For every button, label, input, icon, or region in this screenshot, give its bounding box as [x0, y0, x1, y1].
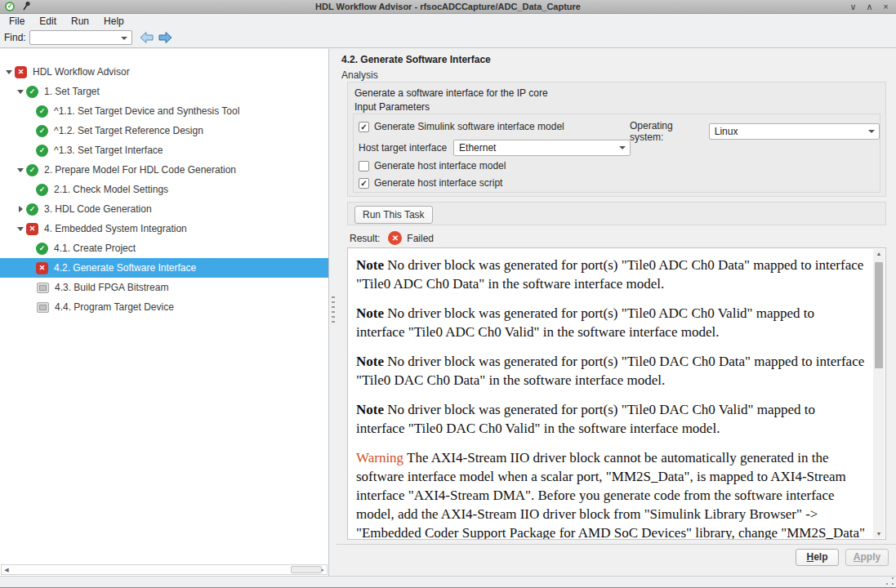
tree-item-set-target-interface[interactable]: ✓ ^1.3. Set Target Interface [0, 140, 328, 160]
find-next-icon[interactable] [158, 31, 173, 44]
apply-button[interactable]: Apply [845, 549, 889, 566]
passed-status-icon: ✓ [26, 203, 38, 216]
tree-item-hdl-workflow-advisor[interactable]: ✕ HDL Workflow Advisor [0, 62, 328, 82]
tree-item-label: 1. Set Target [44, 86, 100, 97]
passed-status-icon: ✓ [36, 105, 48, 118]
tree-item-check-model-settings[interactable]: ✓ 2.1. Check Model Settings [0, 180, 328, 199]
warning-message: Warning The AXI4-Stream IIO driver block… [356, 448, 866, 540]
passed-status-icon: ✓ [36, 125, 48, 137]
checkbox-label: Generate host interface model [374, 160, 506, 172]
tree-item-embedded-system-integration[interactable]: ✕ 4. Embedded System Integration [0, 219, 328, 238]
scrollbar-thumb[interactable] [291, 566, 322, 573]
passed-status-icon: ✓ [26, 86, 38, 98]
tree-item-hdl-code-generation[interactable]: ✓ 3. HDL Code Generation [0, 199, 328, 219]
help-button[interactable]: Help [796, 549, 839, 566]
tree-horizontal-scrollbar[interactable]: ◀ ▶ [1, 564, 328, 575]
run-this-task-button[interactable]: Run This Task [354, 206, 433, 224]
scroll-down-icon[interactable]: ▼ [873, 531, 885, 537]
status-bar [0, 576, 896, 588]
passed-status-icon: ✓ [36, 243, 48, 255]
result-vertical-scrollbar[interactable]: ▲ ▼ [873, 249, 885, 538]
tree-item-label: HDL Workflow Advisor [33, 66, 130, 78]
find-input-combo[interactable] [29, 30, 132, 45]
checkbox-label: Generate host interface script [374, 177, 502, 189]
tree-item-label: ^1.1. Set Target Device and Synthesis To… [54, 105, 239, 117]
input-parameters-box: ✓ Generate Simulink software interface m… [353, 114, 880, 193]
tree-item-build-fpga-bitstream[interactable]: 4.3. Build FPGA Bitstream [0, 278, 328, 297]
task-title: 4.2. Generate Software Interface [341, 54, 491, 65]
expand-arrow-icon[interactable] [15, 227, 26, 231]
expand-arrow-icon[interactable] [15, 168, 26, 172]
tree-item-generate-software-interface[interactable]: ✕ 4.2. Generate Software Interface [0, 258, 328, 278]
menu-run[interactable]: Run [64, 16, 96, 27]
maximize-button[interactable]: ∧ [864, 2, 875, 12]
expand-arrow-icon[interactable] [3, 70, 15, 74]
menu-help[interactable]: Help [96, 16, 132, 27]
chevron-down-icon[interactable] [868, 130, 875, 133]
not-run-status-icon [37, 302, 49, 313]
find-previous-icon[interactable] [139, 31, 154, 44]
operating-system-label: Operating system: [630, 120, 704, 143]
task-description: Generate a software interface for the IP… [354, 87, 548, 99]
tree-item-prepare-model[interactable]: ✓ 2. Prepare Model For HDL Code Generati… [0, 160, 328, 180]
splitter-grip-icon[interactable] [332, 296, 335, 323]
checkbox-checked-icon[interactable]: ✓ [359, 178, 369, 189]
generate-simulink-model-checkbox-row[interactable]: ✓ Generate Simulink software interface m… [359, 121, 564, 132]
input-parameters-label: Input Parameters [354, 101, 430, 113]
workflow-tree: ✕ HDL Workflow Advisor ✓ 1. Set Target ✓… [0, 49, 328, 317]
tree-item-set-target-reference-design[interactable]: ✓ ^1.2. Set Target Reference Design [0, 121, 328, 140]
host-target-interface-label: Host target interface [359, 142, 447, 154]
operating-system-row: Operating system: Linux [630, 120, 880, 143]
note-message: Note No driver block was generated for p… [356, 256, 866, 293]
passed-status-icon: ✓ [36, 184, 48, 196]
result-message-box: Note No driver block was generated for p… [347, 247, 886, 540]
expand-arrow-icon[interactable] [15, 206, 26, 212]
find-input[interactable] [30, 31, 117, 44]
resize-grip[interactable] [885, 577, 894, 586]
workflow-tree-panel: ✕ HDL Workflow Advisor ✓ 1. Set Target ✓… [0, 49, 329, 576]
failed-status-icon: ✕ [15, 66, 27, 78]
host-target-interface-row: Host target interface Ethernet [359, 140, 631, 156]
analysis-groupbox: Generate a software interface for the IP… [347, 82, 886, 197]
host-target-interface-select[interactable]: Ethernet [453, 140, 631, 156]
task-panel: 4.2. Generate Software Interface Analysi… [337, 49, 896, 576]
window-title: HDL Workflow Advisor - rfsocADCCapture/A… [0, 2, 896, 11]
expand-arrow-icon[interactable] [15, 90, 26, 94]
tree-item-program-target-device[interactable]: 4.4. Program Target Device [0, 297, 328, 317]
analysis-section-label: Analysis [341, 69, 378, 81]
tree-item-set-target[interactable]: ✓ 1. Set Target [0, 82, 328, 101]
scroll-up-icon[interactable]: ▲ [873, 251, 885, 256]
menu-bar: File Edit Run Help [0, 14, 896, 28]
tree-item-label: 4.3. Build FPGA Bitstream [55, 282, 168, 293]
operating-system-select[interactable]: Linux [709, 123, 880, 140]
tree-item-label: ^1.3. Set Target Interface [54, 145, 163, 156]
failed-status-icon: ✕ [26, 223, 38, 235]
result-messages: Note No driver block was generated for p… [348, 248, 872, 539]
tree-item-set-target-device[interactable]: ✓ ^1.1. Set Target Device and Synthesis … [0, 101, 328, 121]
minimize-button[interactable]: ∨ [848, 2, 858, 12]
find-label: Find: [4, 32, 26, 43]
generate-host-model-checkbox-row[interactable]: ✓ Generate host interface model [359, 160, 506, 172]
tree-item-label: 4. Embedded System Integration [44, 223, 187, 234]
result-status: Failed [407, 233, 434, 244]
generate-host-script-checkbox-row[interactable]: ✓ Generate host interface script [359, 177, 502, 189]
scrollbar-thumb[interactable] [875, 262, 883, 368]
note-message: Note No driver block was generated for p… [356, 352, 866, 390]
failed-status-icon: ✕ [36, 262, 48, 274]
tree-item-label: ^1.2. Set Target Reference Design [54, 125, 203, 136]
menu-edit[interactable]: Edit [32, 16, 64, 27]
checkbox-label: Generate Simulink software interface mod… [374, 121, 564, 132]
tree-item-create-project[interactable]: ✓ 4.1. Create Project [0, 238, 328, 258]
tree-item-label: 4.1. Create Project [54, 243, 136, 254]
chevron-down-icon[interactable] [619, 146, 626, 149]
result-row: Result: ✕ Failed [350, 231, 434, 245]
result-label: Result: [350, 233, 380, 244]
menu-file[interactable]: File [2, 16, 32, 27]
tree-item-label: 2.1. Check Model Settings [54, 184, 168, 195]
checkbox-checked-icon[interactable]: ✓ [359, 122, 369, 132]
scroll-left-icon[interactable]: ◀ [2, 567, 11, 573]
checkbox-unchecked-icon[interactable]: ✓ [359, 161, 369, 172]
chevron-down-icon[interactable] [121, 37, 127, 40]
close-button[interactable]: × [880, 2, 891, 12]
note-message: Note No driver block was generated for p… [356, 400, 866, 438]
